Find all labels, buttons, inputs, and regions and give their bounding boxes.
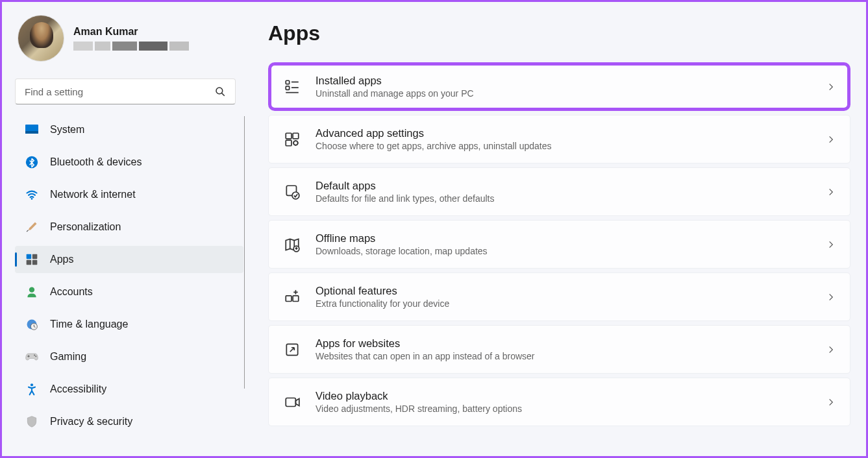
card-title: Optional features [316,285,826,297]
sidebar-item-network[interactable]: Network & internet [15,181,243,208]
page-title: Apps [268,21,850,45]
bluetooth-icon [25,156,38,169]
shield-icon [25,415,38,428]
svg-rect-20 [286,80,289,84]
svg-rect-3 [25,131,38,134]
search-input[interactable] [25,86,214,97]
card-title: Advanced app settings [316,127,826,139]
nav-label: Privacy & security [50,416,132,428]
card-title: Apps for websites [316,337,826,350]
chevron-right-icon [826,135,836,144]
profile-section[interactable]: Aman Kumar [15,15,249,62]
person-icon [25,285,38,298]
svg-rect-35 [293,295,299,301]
nav-label: Personalization [50,221,121,233]
nav-label: Accessibility [50,383,106,395]
map-icon [283,235,301,254]
chevron-right-icon [826,398,836,407]
nav-label: Time & language [50,319,128,330]
system-icon [25,123,38,136]
chevron-right-icon [826,240,836,249]
card-optional-features[interactable]: Optional features Extra functionality fo… [268,272,850,321]
card-title: Offline maps [316,232,826,245]
svg-rect-7 [32,254,38,259]
optional-features-icon [283,288,301,306]
nav-label: Network & internet [50,189,136,200]
chevron-right-icon [826,345,836,354]
svg-rect-9 [32,260,38,265]
sidebar-item-privacy[interactable]: Privacy & security [15,408,243,435]
clock-globe-icon [25,318,38,331]
card-default-apps[interactable]: Default apps Defaults for file and link … [268,167,850,216]
card-offline-maps[interactable]: Offline maps Downloads, storage location… [268,220,850,269]
chevron-right-icon [826,187,836,197]
svg-point-5 [31,198,33,200]
sidebar-item-bluetooth[interactable]: Bluetooth & devices [15,149,243,176]
nav-label: Apps [50,254,73,265]
accessibility-icon [25,383,38,396]
nav-label: Bluetooth & devices [50,156,142,168]
svg-rect-39 [286,398,295,406]
svg-rect-26 [293,133,299,139]
svg-rect-25 [286,133,291,139]
sidebar-item-system[interactable]: System [15,116,243,143]
wifi-icon [25,188,38,201]
card-title: Video playback [316,390,826,402]
video-icon [283,393,301,411]
search-icon [214,86,226,97]
installed-apps-icon [283,78,301,96]
card-desc: Defaults for file and link types, other … [316,193,826,204]
apps-websites-icon [283,341,301,359]
profile-email-redacted [73,42,189,51]
svg-point-19 [31,383,33,386]
card-apps-for-websites[interactable]: Apps for websites Websites that can open… [268,325,850,374]
advanced-settings-icon [283,130,301,149]
sidebar-item-accessibility[interactable]: Accessibility [15,376,243,403]
svg-point-10 [29,287,34,293]
gamepad-icon [25,350,38,363]
card-desc: Choose where to get apps, archive apps, … [316,141,826,151]
svg-line-1 [222,93,225,96]
main-content: Apps Installed apps Uninstall and manage… [249,2,866,456]
card-advanced-app-settings[interactable]: Advanced app settings Choose where to ge… [268,115,850,163]
search-box[interactable] [15,78,236,104]
card-title: Default apps [316,180,826,192]
paintbrush-icon [25,221,38,234]
svg-point-15 [34,355,35,356]
svg-rect-21 [286,86,289,89]
chevron-right-icon [826,293,836,302]
card-installed-apps[interactable]: Installed apps Uninstall and manage apps… [268,62,850,111]
card-title: Installed apps [316,75,826,87]
card-desc: Uninstall and manage apps on your PC [316,88,826,99]
nav-list: System Bluetooth & devices Network & int… [15,116,249,443]
chevron-right-icon [826,82,836,91]
profile-name: Aman Kumar [73,26,189,38]
default-apps-icon [283,183,301,201]
nav-label: Accounts [50,286,93,298]
card-desc: Video adjustments, HDR streaming, batter… [316,404,826,414]
svg-rect-6 [27,254,32,259]
svg-rect-8 [27,260,32,265]
scrollbar-track[interactable] [244,116,245,389]
svg-point-16 [35,356,36,357]
sidebar-item-time[interactable]: Time & language [15,311,243,338]
avatar [18,15,64,62]
svg-rect-27 [286,140,291,146]
sidebar-item-gaming[interactable]: Gaming [15,343,243,370]
sidebar: Aman Kumar System [2,2,249,456]
nav-label: Gaming [50,351,86,363]
svg-point-0 [216,88,223,94]
sidebar-item-apps[interactable]: Apps [15,246,243,273]
card-desc: Downloads, storage location, map updates [316,246,826,256]
sidebar-item-personalization[interactable]: Personalization [15,213,243,241]
apps-icon [25,253,38,266]
nav-label: System [50,124,84,136]
card-desc: Extra functionality for your device [316,298,826,309]
card-desc: Websites that can open in an app instead… [316,351,826,361]
svg-point-28 [293,141,298,145]
card-video-playback[interactable]: Video playback Video adjustments, HDR st… [268,378,850,426]
svg-rect-34 [286,295,291,301]
sidebar-item-accounts[interactable]: Accounts [15,278,243,306]
